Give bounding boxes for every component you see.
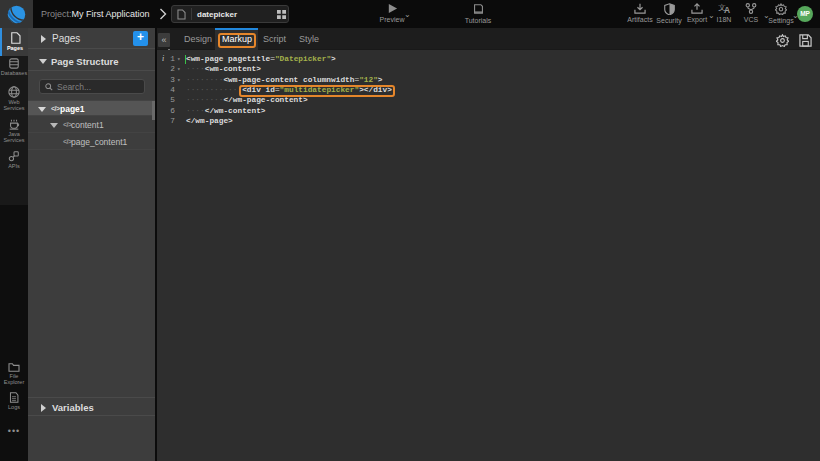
- svg-text:A: A: [724, 5, 730, 14]
